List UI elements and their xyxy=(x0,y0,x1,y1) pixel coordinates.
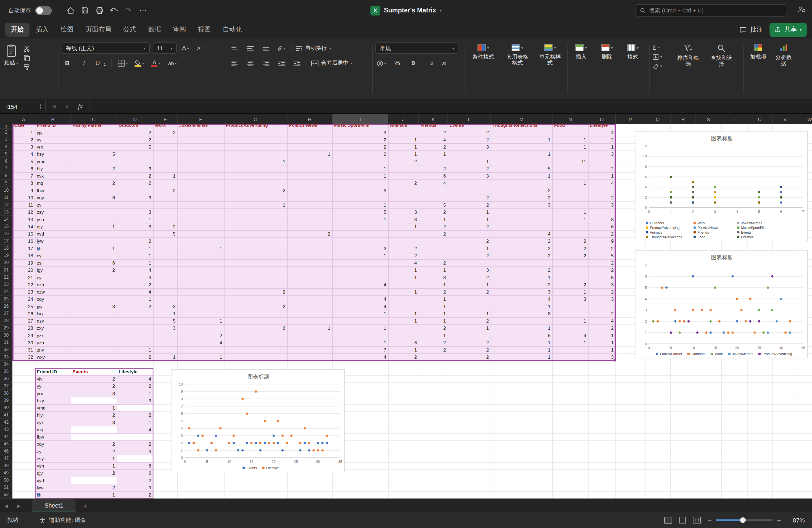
cell[interactable]: 3 xyxy=(71,303,117,310)
cell[interactable]: 1 xyxy=(333,201,389,208)
cell[interactable]: xyd xyxy=(35,477,71,484)
cell[interactable]: 1 xyxy=(333,310,389,317)
ribbon-tab-8[interactable]: 视图 xyxy=(192,23,217,37)
chart-object-1[interactable]: 图表标题02468101201234567OutdoorsWorkJokes/M… xyxy=(635,131,808,241)
fill-button[interactable]: ▾ xyxy=(653,53,670,60)
cell[interactable]: 2 xyxy=(419,223,448,230)
undo-button[interactable]: ↶▾ xyxy=(106,4,121,17)
cell[interactable]: 3 xyxy=(491,288,553,295)
row-header-52[interactable]: 52 xyxy=(0,491,12,498)
cell[interactable]: 3 xyxy=(388,209,419,216)
cell[interactable]: 2 xyxy=(448,274,491,281)
row-header-47[interactable]: 47 xyxy=(0,455,12,462)
cell[interactable]: 1 xyxy=(588,346,615,353)
column-header-Q[interactable]: Q xyxy=(645,114,671,124)
cell[interactable]: 3 xyxy=(153,325,178,332)
cell[interactable]: ymd xyxy=(35,158,71,165)
row-header-51[interactable]: 51 xyxy=(0,484,12,491)
decrease-decimal-button[interactable]: .00→ xyxy=(440,57,451,69)
cell[interactable]: 2 xyxy=(588,325,615,332)
cell[interactable]: 4 xyxy=(333,303,389,310)
cell[interactable]: zsy xyxy=(35,209,71,216)
cell[interactable]: 3 xyxy=(333,129,389,136)
cell[interactable]: 4 xyxy=(117,426,153,433)
row-header-22[interactable]: 22 xyxy=(0,274,12,281)
cell[interactable]: 2 xyxy=(448,136,491,143)
cell[interactable]: 2 xyxy=(117,491,153,498)
cell[interactable]: 3 xyxy=(153,303,178,310)
cell[interactable]: 1 xyxy=(71,455,117,462)
ribbon-tab-5[interactable]: 公式 xyxy=(118,23,142,37)
text-effects-button[interactable]: ab▾ xyxy=(167,57,178,69)
second-table-header-cell[interactable]: Friend ID xyxy=(35,368,71,375)
add-sheet-button[interactable]: + xyxy=(83,501,87,510)
cell[interactable]: 4 xyxy=(491,296,553,303)
cell[interactable]: 1 xyxy=(153,172,178,179)
orientation-button[interactable]: ab▾ xyxy=(276,43,287,54)
ribbon-tab-2[interactable]: 插入 xyxy=(30,23,54,37)
cell[interactable]: 18 xyxy=(12,252,35,259)
cell[interactable]: 1 xyxy=(553,209,588,216)
cell[interactable]: 1 xyxy=(333,172,389,179)
row-header-38[interactable]: 38 xyxy=(0,390,12,397)
cell[interactable]: 3 xyxy=(12,143,35,150)
cell[interactable]: 1 xyxy=(553,317,588,324)
cell[interactable]: 7 xyxy=(333,346,389,353)
cell[interactable]: 3 xyxy=(448,143,491,150)
cell[interactable]: 1 xyxy=(588,172,615,179)
cell[interactable]: 2 xyxy=(448,223,491,230)
cell[interactable]: 1 xyxy=(588,143,615,150)
ribbon-tab-3[interactable]: 绘图 xyxy=(55,23,79,37)
cell[interactable]: 6 xyxy=(491,332,553,339)
cell[interactable]: 6 xyxy=(71,194,117,201)
cell[interactable]: 27 xyxy=(12,317,35,324)
cell[interactable]: fbw xyxy=(35,433,71,440)
cell[interactable]: 21 xyxy=(12,274,35,281)
print-icon[interactable] xyxy=(92,4,107,17)
cell[interactable]: 1 xyxy=(419,332,448,339)
italic-button[interactable]: I xyxy=(78,57,89,69)
cell[interactable]: 1 xyxy=(153,310,178,317)
cell[interactable]: 2 xyxy=(117,412,153,419)
cell[interactable]: 2 xyxy=(117,136,153,143)
find-select-button[interactable]: 查找和选择 xyxy=(707,43,737,97)
cell[interactable]: 2 xyxy=(388,354,419,361)
cell[interactable]: 4 xyxy=(117,267,153,274)
format-cells-button[interactable]: ▾ 格式 xyxy=(622,43,644,97)
cell[interactable]: 6 xyxy=(588,223,615,230)
cell[interactable]: 2 xyxy=(419,209,448,216)
more-commands-icon[interactable]: ⋯ xyxy=(135,4,150,17)
cell[interactable]: 31 xyxy=(12,346,35,353)
cell[interactable]: 2 xyxy=(117,477,153,484)
row-header-13[interactable]: 13 xyxy=(0,209,12,216)
cell[interactable]: 1 xyxy=(491,172,553,179)
align-top-icon[interactable] xyxy=(229,43,240,54)
cell[interactable]: 11 xyxy=(553,158,588,165)
cell[interactable]: hly xyxy=(35,165,71,172)
row-header-37[interactable]: 37 xyxy=(0,383,12,390)
cell[interactable]: 1 xyxy=(491,274,553,281)
cell[interactable]: ljh xyxy=(35,245,71,252)
cell[interactable]: 2 xyxy=(71,470,117,477)
row-header-35[interactable]: 35 xyxy=(0,368,12,375)
cell[interactable]: hly xyxy=(35,412,71,419)
second-table-header-cell[interactable]: Events xyxy=(71,368,117,375)
align-middle-icon[interactable] xyxy=(244,43,256,54)
column-header-V[interactable]: V xyxy=(773,114,798,124)
align-left-icon[interactable] xyxy=(229,57,240,69)
cell[interactable]: yzh xyxy=(35,339,71,346)
cut-button[interactable] xyxy=(24,44,30,52)
zoom-in-button[interactable]: + xyxy=(777,516,781,524)
insert-cells-button[interactable]: ▾ 插入 xyxy=(570,43,592,97)
font-size-select[interactable]: 11▾ xyxy=(153,43,176,54)
row-header-44[interactable]: 44 xyxy=(0,433,12,440)
column-header-B[interactable]: B xyxy=(35,114,71,124)
cell[interactable]: 1 xyxy=(224,201,288,208)
cell[interactable]: 17 xyxy=(12,245,35,252)
align-bottom-icon[interactable] xyxy=(260,43,271,54)
cell[interactable]: 6 xyxy=(12,165,35,172)
cell[interactable]: 1 xyxy=(178,245,224,252)
format-as-table-button[interactable]: ▾ 套用表格格式 xyxy=(501,43,533,97)
cell[interactable]: 3 xyxy=(448,172,491,179)
cell[interactable]: 2 xyxy=(448,288,491,295)
